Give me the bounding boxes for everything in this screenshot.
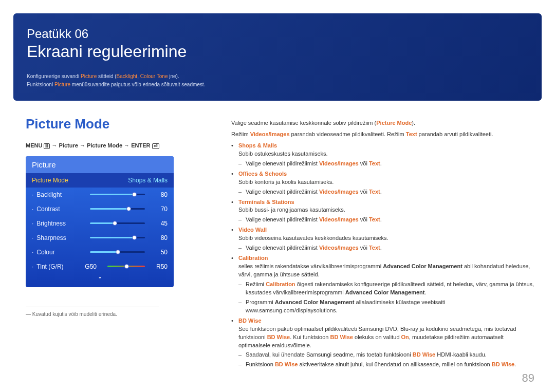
enter-icon: ⏎ — [152, 143, 159, 149]
footnote: ― Kuvatud kujutis võib mudeliti erineda. — [26, 311, 180, 317]
opt-bd-wise: BD Wise See funktsioon pakub optimaalset… — [238, 317, 534, 369]
menu-icon: Ⅲ — [44, 143, 50, 149]
section-title: Picture Mode — [26, 116, 180, 132]
divider — [26, 307, 159, 307]
slider[interactable] — [90, 222, 145, 224]
osd-row-colour[interactable]: ·Colour 50 — [26, 245, 174, 259]
menu-path: MENU Ⅲ → Picture → Picture Mode → ENTER … — [26, 142, 180, 149]
osd-row-tint[interactable]: ·Tint (G/R) G50 R50 — [26, 259, 174, 274]
chapter-label: Peatükk 06 — [27, 27, 528, 41]
hero-banner: Peatükk 06 Ekraani reguleerimine Konfigu… — [13, 13, 542, 101]
chevron-down-icon[interactable]: ˅ — [26, 274, 174, 287]
description-text: Valige seadme kasutamise keskkonnale sob… — [231, 119, 534, 372]
osd-row-backlight[interactable]: ·Backlight 80 — [26, 188, 174, 202]
osd-title: Picture — [26, 156, 174, 173]
slider[interactable] — [90, 194, 145, 195]
osd-row-picture-mode[interactable]: Picture Mode Shops & Malls — [26, 173, 174, 188]
opt-offices-schools: Offices & Schools Sobib kontoris ja kool… — [238, 170, 534, 196]
slider[interactable] — [90, 237, 145, 238]
chapter-title: Ekraani reguleerimine — [27, 42, 528, 61]
slider[interactable] — [90, 208, 145, 210]
page-number: 89 — [522, 371, 534, 385]
osd-row-brightness[interactable]: ·Brightness 45 — [26, 216, 174, 231]
opt-shops-malls: Shops & Malls Sobib ostukeskustes kasuta… — [238, 142, 534, 168]
opt-calibration: Calibration selles režiimis rakendatakse… — [238, 254, 534, 315]
tint-slider[interactable] — [107, 266, 145, 267]
opt-terminals-stations: Terminals & Stations Sobib bussi- ja ron… — [238, 198, 534, 225]
osd-row-sharpness[interactable]: ·Sharpness 80 — [26, 231, 174, 245]
hero-line-1: Konfigureerige suvandi Picture sätteid (… — [27, 72, 528, 81]
osd-panel: Picture Picture Mode Shops & Malls ·Back… — [26, 156, 174, 287]
slider[interactable] — [90, 251, 145, 253]
hero-line-2: Funktsiooni Picture menüüsuvandite paigu… — [27, 81, 528, 89]
opt-video-wall: Video Wall Sobib videoseina kasutavates … — [238, 226, 534, 252]
osd-row-contrast[interactable]: ·Contrast 70 — [26, 202, 174, 216]
